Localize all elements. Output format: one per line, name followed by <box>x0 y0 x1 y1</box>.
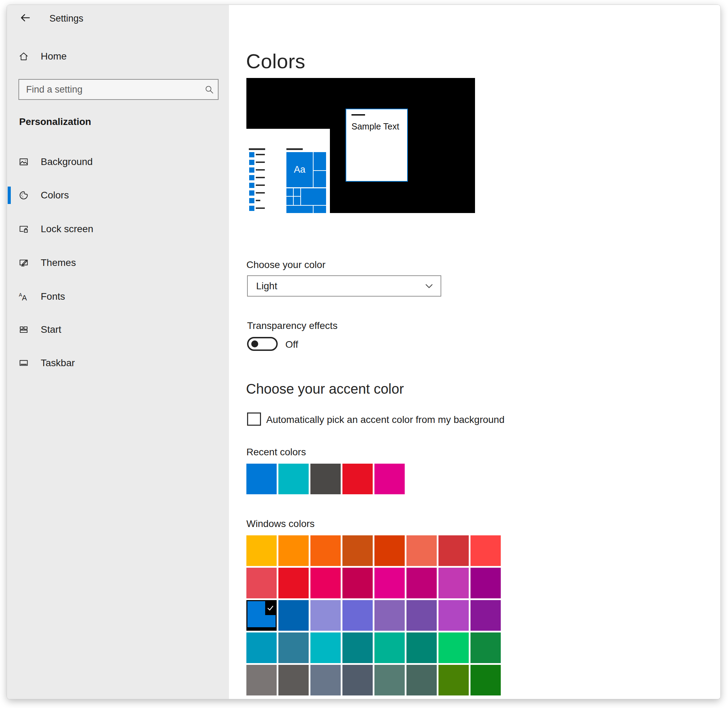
color-mode-dropdown[interactable]: Light <box>247 275 441 297</box>
accent-color-swatch[interactable] <box>247 665 277 695</box>
sidebar-item-colors[interactable]: Colors <box>7 185 229 206</box>
accent-color-swatch[interactable] <box>470 600 501 631</box>
search-input[interactable] <box>19 80 218 99</box>
accent-color-swatch[interactable] <box>342 665 373 695</box>
search-box <box>19 79 219 100</box>
sidebar-item-label: Home <box>41 46 67 67</box>
color-mode-value: Light <box>256 276 277 296</box>
sidebar-item-fonts[interactable]: A A Fonts <box>7 286 229 307</box>
recent-color-swatch[interactable] <box>247 464 277 494</box>
preview-aa-tile: Aa <box>286 152 313 187</box>
accent-color-swatch[interactable] <box>342 535 373 566</box>
accent-color-swatch-selected[interactable] <box>247 600 277 631</box>
settings-window: Settings Home Personalization Background <box>7 5 720 699</box>
sidebar-item-background[interactable]: Background <box>7 151 229 172</box>
accent-color-swatch[interactable] <box>374 600 405 631</box>
back-button[interactable] <box>19 12 31 24</box>
transparency-toggle[interactable] <box>247 337 278 351</box>
sidebar-item-label: Background <box>41 151 93 172</box>
preview-list-title <box>249 148 265 150</box>
windows-colors-label: Windows colors <box>247 518 315 530</box>
accent-color-swatch[interactable] <box>310 600 341 631</box>
sidebar-item-label: Start <box>41 319 61 340</box>
accent-color-swatch[interactable] <box>342 600 373 631</box>
taskbar-icon <box>19 358 29 368</box>
accent-color-swatch[interactable] <box>406 600 437 631</box>
sidebar-item-label: Fonts <box>41 286 65 307</box>
auto-pick-checkbox[interactable] <box>247 412 261 426</box>
accent-color-swatch[interactable] <box>406 568 437 598</box>
accent-color-swatch[interactable] <box>438 535 469 566</box>
theme-preview: Aa Sample Text <box>247 78 475 213</box>
accent-color-swatch[interactable] <box>278 665 309 695</box>
accent-color-swatch[interactable] <box>438 568 469 598</box>
transparency-label: Transparency effects <box>247 320 338 331</box>
sidebar-item-themes[interactable]: Themes <box>7 252 229 273</box>
sidebar-item-taskbar[interactable]: Taskbar <box>7 353 229 373</box>
accent-color-swatch[interactable] <box>247 535 277 566</box>
sidebar-item-start[interactable]: Start <box>7 319 229 340</box>
preview-sample-window: Sample Text <box>345 109 408 182</box>
recent-color-swatch[interactable] <box>374 464 405 494</box>
recent-color-swatch[interactable] <box>278 464 309 494</box>
accent-color-swatch[interactable] <box>406 633 437 663</box>
preview-sample-text: Sample Text <box>351 122 399 132</box>
toggle-knob <box>251 340 258 347</box>
background-image-icon <box>19 157 29 167</box>
selected-check-icon <box>265 601 276 615</box>
accent-color-swatch[interactable] <box>470 665 501 695</box>
svg-text:A: A <box>22 294 27 302</box>
recent-color-swatch[interactable] <box>310 464 341 494</box>
accent-color-swatch[interactable] <box>342 568 373 598</box>
accent-color-swatch[interactable] <box>470 633 501 663</box>
accent-color-swatch[interactable] <box>374 568 405 598</box>
accent-color-swatch[interactable] <box>247 568 277 598</box>
start-tiles-icon <box>19 324 29 335</box>
search-icon <box>204 84 215 95</box>
accent-color-swatch[interactable] <box>470 568 501 598</box>
page-title: Colors <box>246 49 306 73</box>
choose-color-label: Choose your color <box>247 259 325 270</box>
accent-color-swatch[interactable] <box>438 600 469 631</box>
accent-color-swatch[interactable] <box>310 535 341 566</box>
themes-icon <box>19 258 29 268</box>
accent-color-swatch[interactable] <box>470 535 501 566</box>
lock-screen-icon <box>19 224 29 234</box>
accent-color-swatch[interactable] <box>406 535 437 566</box>
chevron-down-icon <box>424 281 434 292</box>
sidebar-item-label: Themes <box>41 252 76 273</box>
accent-color-swatch[interactable] <box>278 568 309 598</box>
preview-window-titlebar <box>351 114 365 116</box>
auto-pick-label: Automatically pick an accent color from … <box>266 414 505 425</box>
accent-color-swatch[interactable] <box>310 665 341 695</box>
accent-color-swatch[interactable] <box>406 665 437 695</box>
app-title: Settings <box>49 13 84 24</box>
sidebar: Settings Home Personalization Background <box>7 5 229 699</box>
accent-color-swatch[interactable] <box>310 633 341 663</box>
main-content: Colors Aa <box>229 5 720 699</box>
accent-color-heading: Choose your accent color <box>246 381 404 397</box>
sidebar-item-label: Colors <box>41 185 69 206</box>
accent-color-swatch[interactable] <box>374 535 405 566</box>
preview-tiles-title <box>286 148 303 150</box>
home-icon <box>19 51 29 62</box>
recent-color-swatch[interactable] <box>342 464 373 494</box>
fonts-icon: A A <box>19 292 29 302</box>
sidebar-item-lock-screen[interactable]: Lock screen <box>7 219 229 239</box>
accent-color-swatch[interactable] <box>278 600 309 631</box>
windows-colors-grid <box>247 535 501 695</box>
sidebar-item-label: Taskbar <box>41 353 75 373</box>
accent-color-swatch[interactable] <box>278 633 309 663</box>
recent-colors-row <box>247 464 405 494</box>
sidebar-item-label: Lock screen <box>41 219 93 239</box>
accent-color-swatch[interactable] <box>310 568 341 598</box>
accent-color-swatch[interactable] <box>438 665 469 695</box>
accent-color-swatch[interactable] <box>374 665 405 695</box>
sidebar-item-home[interactable]: Home <box>7 46 229 67</box>
accent-color-swatch[interactable] <box>247 633 277 663</box>
accent-color-swatch[interactable] <box>438 633 469 663</box>
accent-color-swatch[interactable] <box>374 633 405 663</box>
accent-color-swatch[interactable] <box>342 633 373 663</box>
back-arrow-icon <box>19 12 31 24</box>
accent-color-swatch[interactable] <box>278 535 309 566</box>
